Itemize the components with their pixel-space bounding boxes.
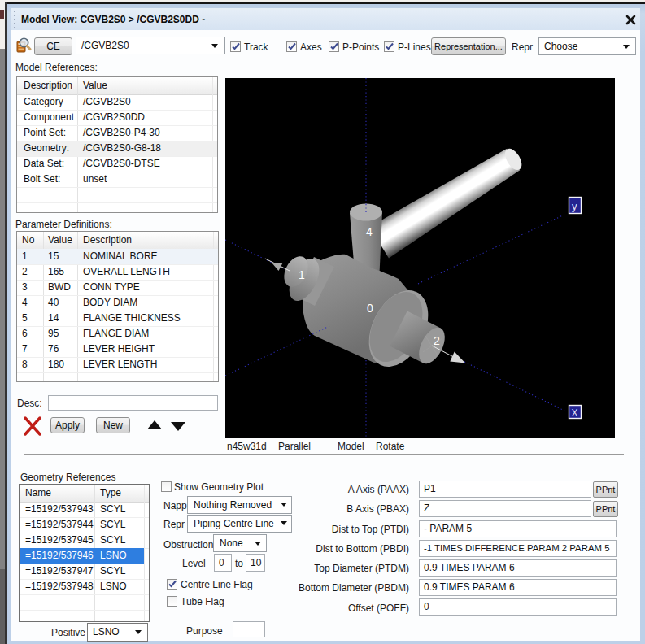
svg-text:X: X: [572, 407, 578, 419]
svg-text:0: 0: [367, 302, 373, 315]
svg-text:1: 1: [299, 268, 305, 281]
svg-text:2: 2: [434, 334, 440, 347]
svg-text:4: 4: [366, 225, 373, 238]
svg-text:y: y: [572, 200, 577, 212]
